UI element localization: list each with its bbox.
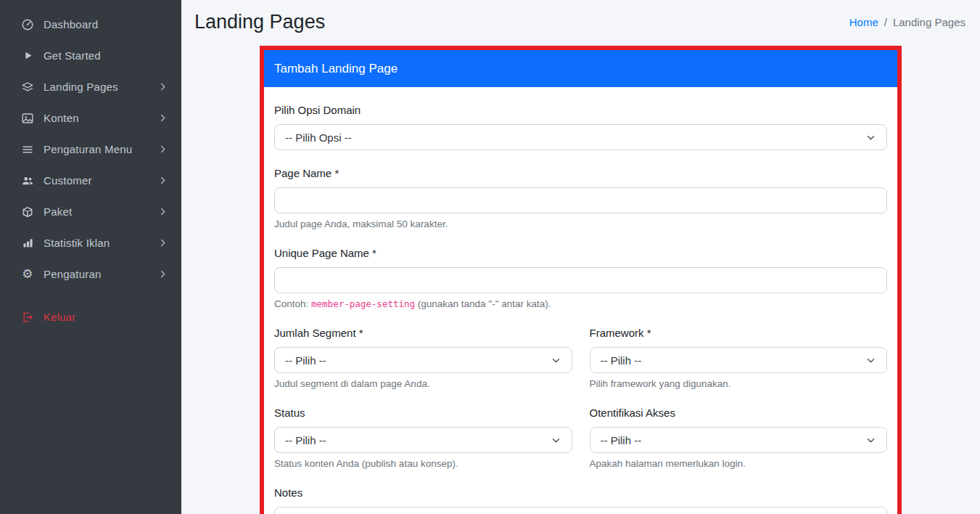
page-name-help: Judul page Anda, maksimal 50 karakter. <box>274 219 887 230</box>
domain-select[interactable]: -- Pilih Opsi -- <box>274 124 887 150</box>
unique-page-name-input[interactable] <box>274 267 887 293</box>
sidebar-item-label: Konten <box>44 112 79 124</box>
field-unique-page-name: Unique Page Name * Contoh: member-page-s… <box>274 246 887 310</box>
sidebar-item-label: Landing Pages <box>44 81 118 93</box>
chevron-right-icon <box>157 175 168 186</box>
field-domain: Pilih Opsi Domain -- Pilih Opsi -- <box>274 103 887 150</box>
page-name-label: Page Name * <box>274 166 887 180</box>
jumlah-segment-select-value: -- Pilih -- <box>285 354 326 367</box>
breadcrumb-separator: / <box>884 16 887 28</box>
sidebar-item-label: Keluar <box>44 311 76 323</box>
layers-icon <box>20 81 35 94</box>
status-select-value: -- Pilih -- <box>285 434 326 446</box>
chevron-down-icon <box>551 435 561 446</box>
users-icon <box>20 174 35 187</box>
speedometer-icon <box>20 18 35 31</box>
framework-label: Framework * <box>590 326 888 340</box>
app-window: Dashboard Get Started Landing Pages <box>0 0 980 514</box>
jumlah-segment-label: Jumlah Segment * <box>274 326 572 340</box>
sidebar-item-landing-pages[interactable]: Landing Pages <box>0 71 181 102</box>
chevron-right-icon <box>157 206 168 217</box>
sidebar-item-label: Dashboard <box>44 18 98 30</box>
sidebar-item-logout[interactable]: Keluar <box>0 301 181 333</box>
sidebar-item-statistik-iklan[interactable]: Statistik Iklan <box>0 227 181 258</box>
annotation-highlight-border: Tambah Landing Page Pilih Opsi Domain --… <box>260 46 902 514</box>
status-label: Status <box>274 406 572 420</box>
sidebar-item-label: Paket <box>44 205 72 218</box>
chevron-down-icon <box>865 435 876 446</box>
unique-page-name-help: Contoh: member-page-setting (gunakan tan… <box>274 298 887 310</box>
field-page-name: Page Name * Judul page Anda, maksimal 50… <box>274 166 887 230</box>
logout-icon <box>20 311 35 324</box>
sidebar: Dashboard Get Started Landing Pages <box>0 0 181 514</box>
example-code: member-page-setting <box>311 298 415 309</box>
bar-chart-icon <box>20 237 35 249</box>
sidebar-item-get-started[interactable]: Get Started <box>0 40 181 71</box>
field-jumlah-segment: Jumlah Segment * -- Pilih -- Judul segme… <box>274 326 572 390</box>
field-notes: Notes <box>274 486 887 514</box>
sidebar-item-pengaturan-menu[interactable]: Pengaturan Menu <box>0 134 181 165</box>
play-icon <box>20 50 35 61</box>
sidebar-item-konten[interactable]: Konten <box>0 102 181 134</box>
otentifikasi-akses-select-value: -- Pilih -- <box>601 434 642 446</box>
sidebar-item-label: Pengaturan Menu <box>44 143 132 155</box>
package-icon <box>20 205 35 219</box>
sidebar-item-dashboard[interactable]: Dashboard <box>0 9 181 40</box>
main-content: Landing Pages Home / Landing Pages Tamba… <box>181 0 980 514</box>
sidebar-item-label: Get Started <box>44 49 101 62</box>
otentifikasi-akses-select[interactable]: -- Pilih -- <box>590 427 888 453</box>
sidebar-item-paket[interactable]: Paket <box>0 196 181 227</box>
domain-select-value: -- Pilih Opsi -- <box>285 131 352 144</box>
sidebar-item-customer[interactable]: Customer <box>0 165 181 196</box>
otentifikasi-akses-label: Otentifikasi Akses <box>590 406 888 420</box>
card-header: Tambah Landing Page <box>264 50 897 87</box>
status-help: Status konten Anda (publish atau konsep)… <box>274 458 572 470</box>
segment-framework-row: Jumlah Segment * -- Pilih -- Judul segme… <box>274 326 887 406</box>
framework-select-value: -- Pilih -- <box>601 354 642 367</box>
gear-icon: ⚙ <box>20 268 35 280</box>
page-title: Landing Pages <box>194 9 325 34</box>
sidebar-item-pengaturan[interactable]: ⚙ Pengaturan <box>0 258 181 290</box>
chevron-right-icon <box>157 144 168 155</box>
unique-page-name-label: Unique Page Name * <box>274 246 887 260</box>
breadcrumb: Home / Landing Pages <box>849 16 965 28</box>
add-landing-page-card: Tambah Landing Page Pilih Opsi Domain --… <box>264 50 897 514</box>
breadcrumb-current: Landing Pages <box>893 16 965 28</box>
field-otentifikasi-akses: Otentifikasi Akses -- Pilih -- Apakah ha… <box>590 406 888 470</box>
chevron-right-icon <box>157 269 168 280</box>
chevron-down-icon <box>865 132 876 143</box>
otentifikasi-akses-help: Apakah halaman memerlukan login. <box>590 458 888 470</box>
image-icon <box>20 112 35 125</box>
chevron-down-icon <box>865 355 876 366</box>
domain-label: Pilih Opsi Domain <box>274 103 887 117</box>
status-select[interactable]: -- Pilih -- <box>274 427 572 453</box>
sidebar-item-label: Customer <box>44 174 92 187</box>
field-status: Status -- Pilih -- Status konten Anda (p… <box>274 406 572 470</box>
page-header: Landing Pages Home / Landing Pages <box>181 0 980 34</box>
card-body: Pilih Opsi Domain -- Pilih Opsi -- Page … <box>264 87 897 514</box>
menu-list-icon <box>20 143 35 156</box>
chevron-right-icon <box>157 81 168 92</box>
framework-help: Pilih framework yang digunakan. <box>590 378 888 390</box>
sidebar-item-label: Statistik Iklan <box>44 237 110 249</box>
breadcrumb-home-link[interactable]: Home <box>849 16 878 28</box>
notes-label: Notes <box>274 486 887 499</box>
jumlah-segment-select[interactable]: -- Pilih -- <box>274 347 572 373</box>
framework-select[interactable]: -- Pilih -- <box>590 347 888 373</box>
chevron-right-icon <box>157 113 168 123</box>
notes-input[interactable] <box>274 507 887 514</box>
field-framework: Framework * -- Pilih -- Pilih framework … <box>590 326 888 390</box>
page-name-input[interactable] <box>274 187 887 213</box>
jumlah-segment-help: Judul segment di dalam page Anda. <box>274 378 572 390</box>
status-auth-row: Status -- Pilih -- Status konten Anda (p… <box>274 406 887 486</box>
sidebar-item-label: Pengaturan <box>44 268 102 280</box>
chevron-right-icon <box>157 237 168 248</box>
chevron-down-icon <box>551 355 561 366</box>
